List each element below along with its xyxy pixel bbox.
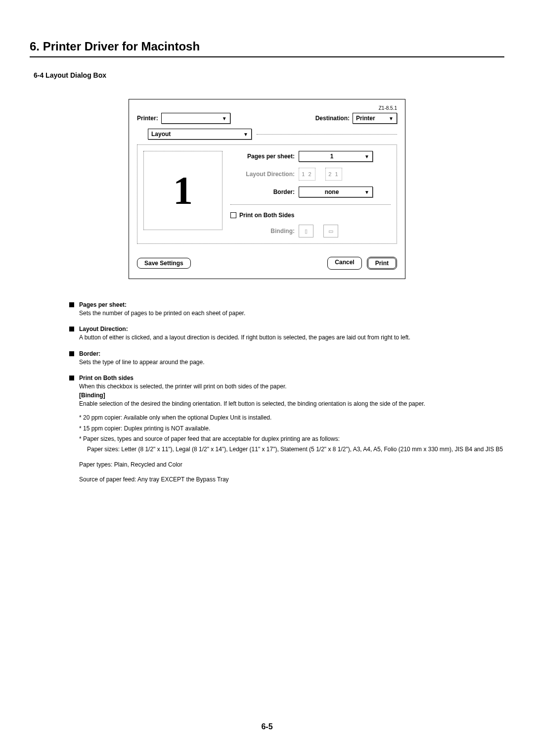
- chevron-down-icon: ▼: [243, 132, 248, 137]
- print-both-sides-checkbox[interactable]: [230, 212, 236, 218]
- panel-body: 1 Pages per sheet: 1 ▼ Layout Direction:…: [137, 144, 397, 244]
- border-value: none: [302, 189, 361, 195]
- destination-value: Printer: [356, 115, 375, 122]
- desc-sub-title: [Binding]: [79, 391, 504, 400]
- layout-direction-right-to-left[interactable]: 2 1: [325, 168, 342, 181]
- dialog-version: Z1-8.5.1: [379, 105, 397, 111]
- bullet-icon: [69, 302, 74, 307]
- layout-direction-label: Layout Direction:: [230, 171, 295, 178]
- notes: * 20 ppm copier: Available only when the…: [79, 413, 504, 454]
- desc-body: When this checkbox is selected, the prin…: [79, 382, 504, 391]
- desc-body: Sets the type of line to appear around t…: [79, 358, 504, 367]
- desc-sub-body: Enable selection of the desired the bind…: [79, 400, 504, 408]
- save-settings-button[interactable]: Save Settings: [137, 258, 191, 269]
- chevron-down-icon: ▼: [364, 189, 369, 195]
- preview-number: 1: [173, 168, 193, 213]
- layout-direction-left-to-right[interactable]: 1 2: [299, 168, 315, 181]
- chevron-down-icon: ▼: [222, 116, 227, 121]
- desc-title: Layout Direction:: [79, 326, 128, 332]
- print-both-sides-label: Print on Both Sides: [239, 212, 294, 219]
- section-title: 6-4 Layout Dialog Box: [34, 71, 504, 79]
- chapter-title: 6. Printer Driver for Macintosh: [30, 40, 504, 57]
- binding-top-icon[interactable]: ▭: [323, 225, 338, 237]
- destination-label: Destination:: [315, 115, 350, 122]
- layout-preview: 1: [143, 151, 222, 230]
- desc-body: A button of either is clicked, and a lay…: [79, 333, 504, 342]
- panel-value: Layout: [151, 131, 171, 138]
- note-paper-sizes: Paper sizes: Letter (8 1/2" x 11"), Lega…: [87, 445, 504, 454]
- panel-select[interactable]: Layout ▼: [148, 129, 252, 140]
- note-line: * 20 ppm copier: Available only when the…: [79, 413, 504, 423]
- bullet-icon: [69, 376, 74, 380]
- note-paper-source: Source of paper feed: Any tray EXCEPT th…: [79, 475, 504, 484]
- desc-body: Sets the number of pages to be printed o…: [79, 309, 504, 318]
- destination-select[interactable]: Printer ▼: [353, 113, 397, 124]
- note-line: * Paper sizes, types and source of paper…: [79, 434, 504, 444]
- pages-per-sheet-select[interactable]: 1 ▼: [299, 151, 373, 162]
- pages-per-sheet-value: 1: [302, 153, 361, 160]
- notes-extra: Paper types: Plain, Recycled and Color S…: [79, 460, 504, 484]
- pages-per-sheet-label: Pages per sheet:: [230, 153, 295, 160]
- printer-select[interactable]: ▼: [161, 113, 230, 124]
- binding-side-icon[interactable]: ▯: [299, 225, 313, 237]
- chevron-down-icon: ▼: [364, 154, 369, 159]
- page-number: 6-5: [0, 722, 534, 731]
- binding-label: Binding:: [230, 228, 295, 235]
- desc-title: Pages per sheet:: [79, 301, 127, 308]
- printer-label: Printer:: [137, 115, 158, 122]
- note-line: * 15 ppm copier: Duplex printing is NOT …: [79, 424, 504, 433]
- chevron-down-icon: ▼: [389, 116, 394, 121]
- cancel-button[interactable]: Cancel: [327, 257, 361, 270]
- bullet-icon: [69, 351, 74, 356]
- bullet-icon: [69, 327, 74, 331]
- layout-dialog: Z1-8.5.1 Printer: ▼ Destination: Printer…: [129, 99, 405, 279]
- note-paper-types: Paper types: Plain, Recycled and Color: [79, 460, 504, 469]
- print-button[interactable]: Print: [367, 257, 397, 270]
- desc-title: Border:: [79, 350, 100, 357]
- border-select[interactable]: none ▼: [299, 187, 373, 197]
- desc-title: Print on Both sides: [79, 375, 134, 381]
- border-label: Border:: [230, 189, 295, 195]
